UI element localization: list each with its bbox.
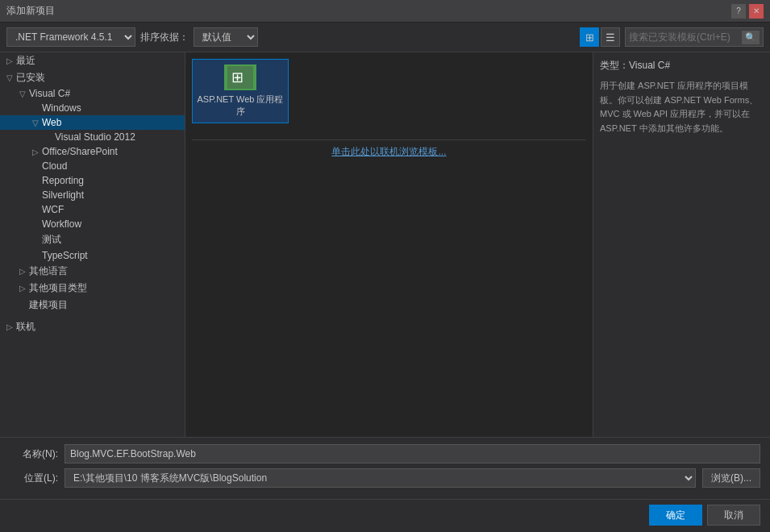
help-button[interactable]: ?: [731, 4, 746, 19]
toolbar-row: .NET Framework 4.5.1 排序依据： 默认值 ⊞ ☰ 🔍: [0, 23, 770, 52]
tree-item-workflow[interactable]: Workflow: [0, 217, 185, 231]
toggle-workflow: [29, 220, 42, 229]
toggle-office: ▷: [29, 148, 42, 156]
location-row: 位置(L): E:\其他项目\10 博客系统MVC版\BlogSolution …: [10, 468, 760, 488]
tree-label-visualcsharp: Visual C#: [29, 88, 70, 99]
search-box: 🔍: [625, 27, 764, 47]
name-label: 名称(N):: [10, 447, 58, 461]
bottom-form: 名称(N): 位置(L): E:\其他项目\10 博客系统MVC版\BlogSo…: [0, 437, 770, 499]
middle-panel: ⊞ ASP.NET Web 应用程序 单击此处以联机浏览模板...: [185, 52, 593, 437]
dialog-title: 添加新项目: [6, 4, 55, 18]
tree-label-otherlang: 其他语言: [29, 264, 68, 278]
tree-label-windows: Windows: [42, 102, 81, 114]
tree-label-test: 测试: [42, 233, 61, 247]
tree-item-test[interactable]: 测试: [0, 231, 185, 248]
tree-label-silverlight: Silverlight: [42, 189, 84, 201]
tree-item-typescript[interactable]: TypeScript: [0, 248, 185, 263]
dialog: .NET Framework 4.5.1 排序依据： 默认值 ⊞ ☰ 🔍 ▷ 最…: [0, 23, 770, 532]
online-link[interactable]: 单击此处以联机浏览模板...: [331, 146, 446, 157]
tree-label-vs2012: Visual Studio 2012: [55, 131, 135, 143]
toggle-windows: [29, 104, 42, 113]
tree-label-cloud: Cloud: [42, 160, 67, 172]
title-bar-buttons: ? ✕: [731, 4, 764, 19]
toggle-wcf: [29, 206, 42, 214]
toggle-silverlight: [29, 191, 42, 200]
dialog-buttons: 确定 取消: [0, 499, 770, 532]
tree-label-workflow: Workflow: [42, 218, 81, 230]
tree-item-windows[interactable]: Windows: [0, 101, 185, 115]
location-select[interactable]: E:\其他项目\10 博客系统MVC版\BlogSolution: [65, 468, 696, 488]
template-name-aspnet: ASP.NET Web 应用程序: [196, 94, 285, 118]
tree-item-othertypes[interactable]: ▷ 其他项目类型: [0, 280, 185, 297]
tree-item-samples[interactable]: 建模项目: [0, 297, 185, 314]
name-row: 名称(N):: [10, 444, 760, 463]
tree-item-vs2012[interactable]: Visual Studio 2012: [0, 130, 185, 144]
tree-label-office: Office/SharePoint: [42, 146, 118, 157]
tree-item-wcf[interactable]: WCF: [0, 202, 185, 217]
browse-button[interactable]: 浏览(B)...: [702, 468, 760, 488]
tree-item-online[interactable]: ▷ 联机: [0, 318, 185, 335]
cancel-button[interactable]: 取消: [707, 505, 760, 526]
tree-label-wcf: WCF: [42, 204, 64, 215]
template-icon-aspnet: ⊞: [224, 64, 256, 90]
tree-label-othertypes: 其他项目类型: [29, 281, 87, 295]
name-input[interactable]: [65, 444, 760, 463]
close-button[interactable]: ✕: [749, 4, 764, 19]
toggle-visualcsharp: ▽: [16, 89, 29, 98]
search-icon-button[interactable]: 🔍: [742, 31, 760, 44]
toggle-installed: ▽: [3, 73, 16, 82]
svg-text:⊞: ⊞: [231, 69, 243, 85]
tree-item-web[interactable]: ▽ Web: [0, 115, 185, 130]
sort-label: 排序依据：: [140, 31, 189, 44]
content-area: ▷ 最近 ▽ 已安装 ▽ Visual C# Windows ▽ Web: [0, 52, 770, 437]
toggle-cloud: [29, 162, 42, 171]
toggle-vs2012: [42, 133, 55, 142]
right-panel: 类型：Visual C# 用于创建 ASP.NET 应用程序的项目模板。你可以创…: [593, 52, 770, 437]
tree-label-typescript: TypeScript: [42, 250, 88, 261]
tree-item-office[interactable]: ▷ Office/SharePoint: [0, 144, 185, 159]
tree-item-reporting[interactable]: Reporting: [0, 173, 185, 188]
right-panel-type: 类型：Visual C#: [600, 59, 764, 73]
tree-label-samples: 建模项目: [29, 298, 68, 312]
tree-item-visualcsharp[interactable]: ▽ Visual C#: [0, 86, 185, 101]
toggle-recent: ▷: [3, 56, 16, 65]
grid-view-button[interactable]: ⊞: [580, 27, 599, 47]
toggle-otherlang: ▷: [16, 267, 29, 276]
confirm-button[interactable]: 确定: [649, 505, 702, 526]
tree-label-installed: 已安装: [16, 71, 45, 85]
toggle-othertypes: ▷: [16, 284, 29, 293]
toggle-web: ▽: [29, 118, 42, 127]
tree-label-online: 联机: [16, 320, 35, 334]
template-item-aspnet-web-app[interactable]: ⊞ ASP.NET Web 应用程序: [192, 59, 289, 123]
toggle-reporting: [29, 177, 42, 185]
tree-label-reporting: Reporting: [42, 175, 84, 186]
toggle-online: ▷: [3, 322, 16, 331]
toggle-test: [29, 235, 42, 244]
tree-label-web: Web: [42, 117, 61, 128]
tree-item-silverlight[interactable]: Silverlight: [0, 188, 185, 202]
framework-select[interactable]: .NET Framework 4.5.1: [6, 27, 135, 47]
toggle-samples: [16, 301, 29, 310]
toggle-typescript: [29, 251, 42, 260]
tree-label-recent: 最近: [16, 54, 35, 68]
template-grid: ⊞ ASP.NET Web 应用程序: [192, 59, 586, 123]
location-label: 位置(L):: [10, 472, 58, 485]
online-link-row: 单击此处以联机浏览模板...: [192, 139, 586, 164]
list-view-button[interactable]: ☰: [601, 27, 620, 47]
tree-item-installed[interactable]: ▽ 已安装: [0, 69, 185, 86]
tree-item-cloud[interactable]: Cloud: [0, 159, 185, 173]
search-input[interactable]: [629, 31, 742, 43]
title-bar: 添加新项目 ? ✕: [0, 0, 770, 23]
tree-item-recent[interactable]: ▷ 最近: [0, 52, 185, 69]
left-panel: ▷ 最近 ▽ 已安装 ▽ Visual C# Windows ▽ Web: [0, 52, 185, 437]
tree-item-otherlang[interactable]: ▷ 其他语言: [0, 263, 185, 280]
sort-select[interactable]: 默认值: [194, 27, 258, 47]
right-panel-description: 用于创建 ASP.NET 应用程序的项目模板。你可以创建 ASP.NET Web…: [600, 79, 764, 135]
view-buttons: ⊞ ☰: [580, 27, 620, 47]
